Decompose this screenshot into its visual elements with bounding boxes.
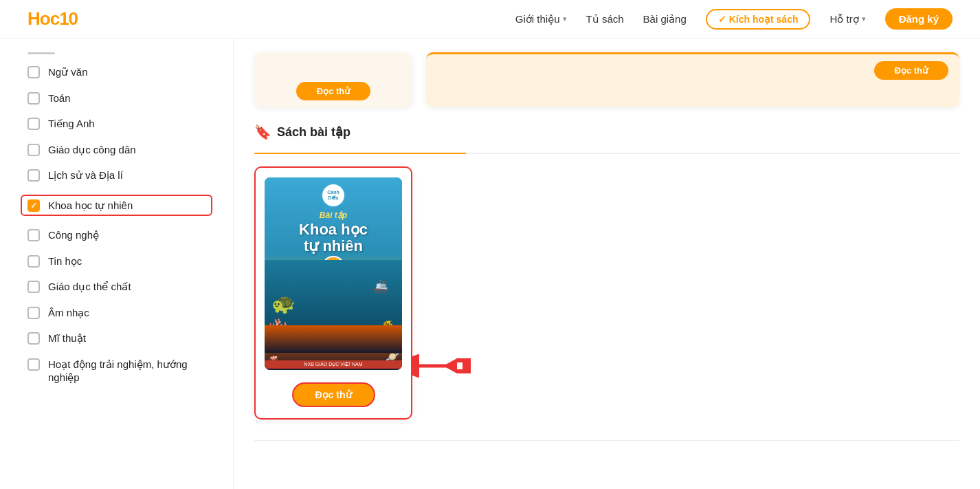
sidebar: Ngữ văn Toán Tiếng Anh Giáo dục công dân… [0, 39, 234, 489]
main-nav: Giới thiệu ▾ Tủ sách Bài giảng ✓ Kích ho… [515, 8, 953, 30]
bookmark-icon: 🔖 [254, 124, 271, 140]
cover-bottom-bg [265, 325, 402, 353]
filter-am-nhac[interactable]: Âm nhạc [27, 306, 212, 320]
sach-bai-tap-section: 🔖 Sách bài tập CánhDiều B [254, 124, 959, 441]
checkbox-tin-hoc[interactable] [27, 255, 40, 268]
nav-tu-sach[interactable]: Tủ sách [586, 13, 624, 25]
doc-thu-button[interactable]: Đọc thử [292, 382, 375, 407]
cards-row: CánhDiều Bài tập Khoa họctự nhiên 6 [254, 166, 959, 420]
upper-doc-thu-button-right[interactable]: Đọc thử [874, 61, 949, 80]
logo-text: Hoc [27, 8, 59, 29]
filter-cong-nghe[interactable]: Công nghệ [27, 228, 212, 242]
filter-label-tin-hoc: Tin học [48, 254, 82, 268]
book-cover-khtn: CánhDiều Bài tập Khoa họctự nhiên 6 [265, 177, 402, 370]
main-content: Đọc thử Đọc thử 🔖 Sách bài tập [234, 39, 980, 489]
filter-giao-duc-the-chat[interactable]: Giáo dục thể chất [27, 280, 212, 294]
ship-icon: 🚢 [373, 279, 388, 294]
chevron-down-icon: ▾ [563, 14, 567, 23]
upper-doc-thu-button-left[interactable]: Đọc thử [296, 82, 371, 100]
filter-label-am-nhac: Âm nhạc [48, 306, 89, 320]
filter-label-khoa-hoc-tu-nhien: Khoa học tự nhiên [48, 199, 133, 213]
upper-section: Đọc thử Đọc thử [254, 52, 959, 107]
filter-label-giao-duc-cong-dan: Giáo dục công dân [48, 143, 136, 157]
cover-publisher: NXB GIÁO DỤC VIỆT NAM [265, 360, 402, 369]
checkbox-ngu-van[interactable] [27, 66, 40, 78]
nav-gioi-thieu[interactable]: Giới thiệu ▾ [515, 13, 567, 25]
header: Hoc10 Giới thiệu ▾ Tủ sách Bài giảng ✓ K… [0, 0, 980, 39]
checkbox-lich-su-dia-li[interactable] [27, 169, 40, 182]
svg-marker-3 [443, 358, 457, 373]
cover-logo: CánhDiều [321, 183, 346, 208]
cover-main-title: Khoa họctự nhiên [299, 221, 368, 254]
checkbox-toan[interactable] [27, 92, 40, 105]
checkbox-khoa-hoc-tu-nhien[interactable] [27, 199, 40, 212]
checkbox-tieng-anh[interactable] [27, 118, 40, 130]
filter-hoat-dong-trai-nghiem[interactable]: Hoạt động trải nghiệm, hướng nghiệp [27, 358, 212, 384]
section-title: 🔖 Sách bài tập [254, 124, 959, 140]
filter-khoa-hoc-tu-nhien[interactable]: Khoa học tự nhiên [21, 195, 212, 217]
filter-mi-thuat[interactable]: Mĩ thuật [27, 332, 212, 345]
checkbox-am-nhac[interactable] [27, 307, 40, 319]
nav-ho-tro[interactable]: Hỗ trợ ▾ [829, 13, 865, 25]
svg-marker-4 [457, 362, 463, 369]
page-body: Ngữ văn Toán Tiếng Anh Giáo dục công dân… [0, 39, 980, 489]
signup-button[interactable]: Đăng ký [885, 8, 953, 30]
upper-right-card: Đọc thử [426, 52, 959, 107]
book-card-wrapper: CánhDiều Bài tập Khoa họctự nhiên 6 [254, 166, 412, 420]
filter-tin-hoc[interactable]: Tin học [27, 254, 212, 268]
turtle-icon: 🐢 [271, 292, 296, 315]
sidebar-divider [27, 52, 55, 54]
checkbox-giao-duc-cong-dan[interactable] [27, 144, 40, 156]
filter-label-hoat-dong-trai-nghiem: Hoạt động trải nghiệm, hướng nghiệp [48, 358, 212, 384]
checkbox-mi-thuat[interactable] [27, 332, 40, 345]
filter-ngu-van[interactable]: Ngữ văn [27, 65, 212, 79]
upper-left-card: Đọc thử [254, 52, 412, 107]
arrow-svg [412, 349, 474, 383]
logo[interactable]: Hoc10 [27, 8, 78, 30]
filter-toan[interactable]: Toán [27, 91, 212, 105]
book-card-khtn: CánhDiều Bài tập Khoa họctự nhiên 6 [254, 166, 412, 420]
activate-book-button[interactable]: ✓ Kích hoạt sách [706, 9, 811, 30]
filter-label-lich-su-dia-li: Lịch sử và Địa lí [48, 169, 123, 182]
filter-label-toan: Toán [48, 91, 71, 105]
filter-tieng-anh[interactable]: Tiếng Anh [27, 117, 212, 131]
section-divider [254, 153, 959, 154]
filter-giao-duc-cong-dan[interactable]: Giáo dục công dân [27, 143, 212, 157]
checkbox-hoat-dong-trai-nghiem[interactable] [27, 358, 40, 371]
bottom-divider [254, 440, 959, 441]
filter-label-giao-duc-the-chat: Giáo dục thể chất [48, 280, 131, 294]
checkbox-giao-duc-the-chat[interactable] [27, 281, 40, 293]
filter-label-cong-nghe: Công nghệ [48, 228, 99, 242]
filter-label-mi-thuat: Mĩ thuật [48, 332, 86, 345]
chevron-down-icon-2: ▾ [862, 14, 866, 23]
arrow-annotation [412, 349, 474, 385]
filter-label-tieng-anh: Tiếng Anh [48, 117, 95, 131]
filter-lich-su-dia-li[interactable]: Lịch sử và Địa lí [27, 169, 212, 182]
filter-label-ngu-van: Ngữ văn [48, 65, 88, 79]
checkbox-cong-nghe[interactable] [27, 229, 40, 241]
nav-bai-giang[interactable]: Bài giảng [643, 13, 687, 25]
cover-baitap-label: Bài tập [320, 210, 347, 220]
logo-highlight: 10 [59, 8, 78, 29]
book-cover-content: CánhDiều Bài tập Khoa họctự nhiên 6 [265, 177, 402, 370]
